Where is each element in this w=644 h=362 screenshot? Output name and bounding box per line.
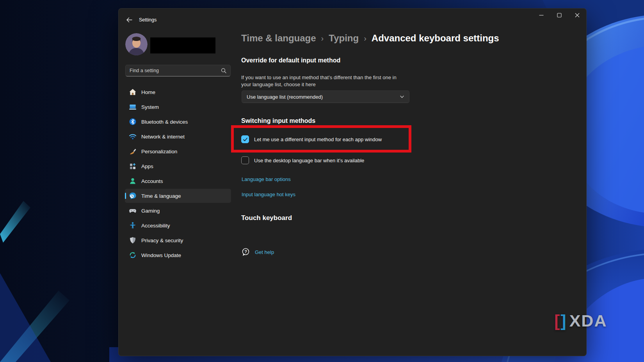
- search-input[interactable]: [130, 68, 221, 73]
- sidebar-item-windows-update[interactable]: Windows Update: [125, 248, 231, 262]
- selected-indicator: [125, 193, 126, 199]
- sidebar-item-label: Time & language: [141, 193, 181, 199]
- checkbox-input-method-per-window[interactable]: [241, 135, 249, 143]
- time-language-icon: [129, 192, 137, 200]
- sidebar-item-bluetooth-devices[interactable]: Bluetooth & devices: [125, 115, 231, 129]
- override-section-description: If you want to use an input method that’…: [241, 74, 405, 88]
- system-icon: [129, 103, 137, 111]
- accounts-icon: [129, 177, 137, 185]
- sidebar-item-label: Apps: [141, 163, 153, 169]
- sidebar-item-label: Personalization: [141, 149, 177, 154]
- maximize-button[interactable]: [550, 9, 568, 22]
- redacted-account-name: [150, 37, 215, 53]
- help-bubble-icon: ?: [240, 247, 250, 257]
- search-box: [125, 65, 231, 76]
- language-bar-options-link[interactable]: Language bar options: [242, 176, 291, 182]
- close-icon: [575, 13, 580, 18]
- switching-section-heading: Switching input methods: [241, 117, 315, 124]
- accessibility-icon: [129, 222, 137, 229]
- minimize-button[interactable]: [532, 9, 550, 22]
- sidebar-item-label: Home: [141, 89, 155, 95]
- sidebar-item-accounts[interactable]: Accounts: [125, 174, 231, 188]
- minimize-icon: [539, 13, 544, 18]
- sidebar-item-network-internet[interactable]: Network & internet: [125, 130, 231, 144]
- windows-update-icon: [129, 251, 137, 259]
- bluetooth-icon: [129, 118, 137, 126]
- checkbox-label: Let me use a different input method for …: [254, 137, 382, 142]
- chevron-down-icon: [400, 94, 404, 99]
- xda-bracket-left: [: [554, 311, 560, 330]
- checkbox-label: Use the desktop language bar when it’s a…: [254, 158, 364, 163]
- touch-keyboard-heading: Touch keyboard: [241, 214, 292, 222]
- xda-logo-text: XDA: [569, 311, 607, 330]
- checkbox-row-desktop-language-bar[interactable]: Use the desktop language bar when it’s a…: [241, 156, 364, 164]
- checkmark-icon: [243, 137, 248, 142]
- sidebar-item-label: Network & internet: [141, 134, 185, 140]
- maximize-icon: [557, 13, 562, 18]
- sidebar-item-label: Gaming: [141, 208, 160, 214]
- back-button[interactable]: [124, 15, 134, 25]
- sidebar-item-accessibility[interactable]: Accessibility: [125, 218, 231, 232]
- sidebar-item-label: System: [141, 104, 159, 110]
- xda-watermark: []XDA: [554, 311, 607, 330]
- settings-window: Settings: [118, 8, 587, 356]
- window-title: Settings: [139, 17, 157, 23]
- personalization-icon: [129, 147, 137, 155]
- dropdown-selected-value: Use language list (recommended): [247, 94, 323, 100]
- get-help-link[interactable]: ? Get help: [240, 247, 274, 257]
- sidebar-item-home[interactable]: Home: [125, 85, 231, 99]
- network-icon: [129, 133, 137, 140]
- avatar[interactable]: [125, 33, 148, 55]
- desktop: Settings: [0, 0, 644, 362]
- svg-text:?: ?: [244, 249, 247, 254]
- sidebar-item-apps[interactable]: Apps: [125, 159, 231, 173]
- input-language-hot-keys-link[interactable]: Input language hot keys: [242, 192, 295, 197]
- close-button[interactable]: [568, 9, 586, 22]
- sidebar-item-system[interactable]: System: [125, 100, 231, 114]
- breadcrumb-time-language[interactable]: Time & language: [241, 33, 316, 44]
- breadcrumb-separator-icon: ›: [321, 34, 324, 43]
- privacy-icon: [129, 236, 137, 244]
- sidebar-item-gaming[interactable]: Gaming: [125, 204, 231, 218]
- get-help-label: Get help: [255, 249, 274, 255]
- breadcrumb: Time & language › Typing › Advanced keyb…: [241, 33, 499, 44]
- gaming-icon: [129, 207, 137, 215]
- xda-bracket-right: ]: [560, 311, 567, 330]
- back-arrow-icon: [126, 17, 132, 23]
- sidebar-item-label: Accessibility: [141, 223, 170, 229]
- page-title: Advanced keyboard settings: [372, 33, 499, 44]
- override-section-heading: Override for default input method: [241, 57, 340, 64]
- sidebar-item-label: Accounts: [141, 178, 163, 184]
- input-method-dropdown[interactable]: Use language list (recommended): [242, 90, 409, 103]
- search-icon: [221, 68, 226, 73]
- checkbox-row-input-method-per-window[interactable]: Let me use a different input method for …: [241, 135, 382, 143]
- sidebar-item-label: Windows Update: [141, 252, 181, 258]
- sidebar-item-personalization[interactable]: Personalization: [125, 144, 231, 158]
- sidebar-item-privacy-security[interactable]: Privacy & security: [125, 233, 231, 247]
- window-controls: [532, 9, 586, 22]
- sidebar-nav: Home System Bluetooth & devices Network …: [125, 85, 231, 263]
- breadcrumb-separator-icon: ›: [364, 34, 366, 43]
- sidebar-item-time-language[interactable]: Time & language: [125, 189, 231, 203]
- breadcrumb-typing[interactable]: Typing: [329, 33, 359, 44]
- sidebar-item-label: Bluetooth & devices: [141, 119, 188, 125]
- apps-icon: [129, 162, 137, 170]
- home-icon: [129, 88, 137, 96]
- avatar-photo: [125, 33, 148, 55]
- checkbox-desktop-language-bar[interactable]: [241, 156, 249, 164]
- sidebar-item-label: Privacy & security: [141, 238, 183, 243]
